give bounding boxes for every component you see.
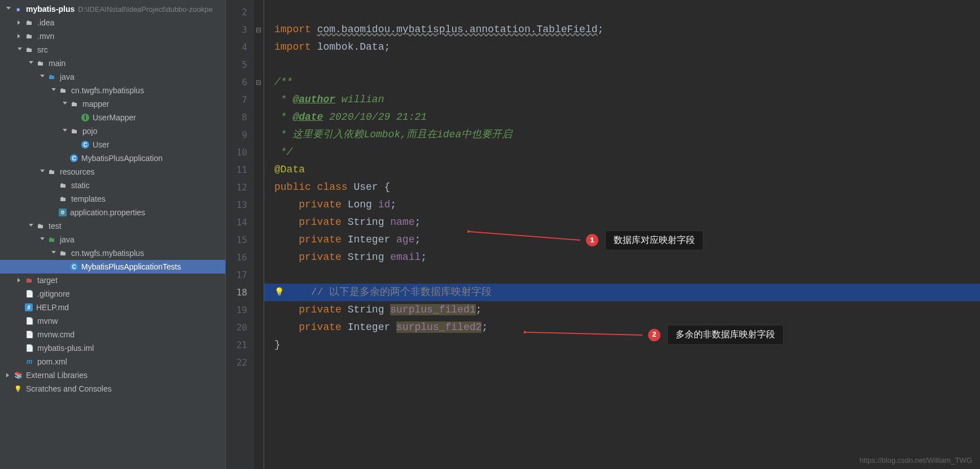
fold-none: [254, 161, 263, 179]
java-cls-icon: [70, 263, 78, 271]
fold-none: [254, 231, 263, 249]
line-number[interactable]: 17: [226, 266, 254, 284]
tree-item-pom-xml[interactable]: pom.xml: [0, 355, 225, 368]
editor[interactable]: 2345678910111213141516171819202122 1 数据库…: [226, 0, 980, 469]
line-number[interactable]: 5: [226, 56, 254, 73]
code-line[interactable]: */: [264, 144, 980, 161]
chevron-none-icon: [50, 195, 58, 203]
tree-item--mvn[interactable]: .mvn: [0, 29, 225, 43]
tree-item-mvnw-cmd[interactable]: mvnw.cmd: [0, 328, 225, 341]
chevron-expanded-icon[interactable]: [38, 168, 46, 176]
chevron-expanded-icon[interactable]: [5, 5, 12, 13]
code-line[interactable]: * 这里要引入依赖Lombok,而且在idea中也要开启: [264, 126, 980, 144]
tree-item-resources[interactable]: resources: [0, 165, 225, 179]
tree-item-pojo[interactable]: pojo: [0, 124, 225, 138]
tree-item-target[interactable]: target: [0, 273, 225, 287]
line-number[interactable]: 13: [226, 196, 254, 214]
tree-item-scratches-and-consoles[interactable]: Scratches and Consoles: [0, 382, 225, 396]
chevron-expanded-icon[interactable]: [27, 222, 35, 230]
chevron-collapsed-icon[interactable]: [16, 276, 24, 284]
tree-item-mybatisplusapplicationtests[interactable]: MybatisPlusApplicationTests: [0, 260, 225, 273]
fold-none: [254, 214, 263, 231]
folder-icon: [25, 32, 34, 41]
line-number[interactable]: 21: [226, 336, 254, 354]
code-area[interactable]: 1 数据库对应映射字段 2 多余的非数据库映射字段 import com.bao…: [264, 0, 980, 469]
tree-item-help-md[interactable]: HELP.md: [0, 301, 225, 314]
code-line[interactable]: [264, 354, 980, 371]
tree-item-mvnw[interactable]: mvnw: [0, 314, 225, 328]
line-number[interactable]: 14: [226, 214, 254, 231]
line-number[interactable]: 18: [226, 284, 254, 301]
tree-item-java[interactable]: java: [0, 70, 225, 84]
tree-item-mybatisplusapplication[interactable]: MybatisPlusApplication: [0, 151, 225, 165]
line-number[interactable]: 20: [226, 319, 254, 336]
line-number[interactable]: 8: [226, 108, 254, 126]
tree-item-static[interactable]: static: [0, 179, 225, 192]
chevron-expanded-icon[interactable]: [50, 249, 58, 257]
code-line[interactable]: 💡 // 以下是多余的两个非数据库映射字段: [264, 284, 980, 301]
tree-item-usermapper[interactable]: UserMapper: [0, 111, 225, 124]
fold-minus-icon[interactable]: [254, 73, 263, 91]
tree-item-main[interactable]: main: [0, 57, 225, 70]
chevron-expanded-icon[interactable]: [16, 46, 24, 54]
chevron-expanded-icon[interactable]: [38, 236, 46, 244]
line-number[interactable]: 16: [226, 249, 254, 266]
line-number[interactable]: 12: [226, 179, 254, 196]
code-line[interactable]: private Long id;: [264, 196, 980, 214]
tree-item-templates[interactable]: templates: [0, 192, 225, 206]
fold-minus-icon[interactable]: [254, 21, 263, 38]
code-line[interactable]: import lombok.Data;: [264, 38, 980, 56]
line-number[interactable]: 11: [226, 161, 254, 179]
tree-item-mapper[interactable]: mapper: [0, 97, 225, 111]
package-icon: [59, 249, 68, 258]
code-line[interactable]: public class User {: [264, 179, 980, 196]
tree-item-mybatis-plus-iml[interactable]: mybatis-plus.iml: [0, 341, 225, 355]
project-tree[interactable]: mybatis-plusD:\IDEAINstall\IdeaProject\d…: [0, 0, 226, 469]
chevron-expanded-icon[interactable]: [61, 127, 69, 135]
code-line[interactable]: [264, 3, 980, 21]
folder-icon: [59, 181, 68, 190]
code-line[interactable]: import com.baomidou.mybatisplus.annotati…: [264, 21, 980, 38]
code-line[interactable]: private String surplus_filed1;: [264, 301, 980, 319]
tree-item--idea[interactable]: .idea: [0, 16, 225, 29]
tree-item--gitignore[interactable]: .gitignore: [0, 287, 225, 301]
fold-none: [254, 126, 263, 144]
tree-item-mybatis-plus[interactable]: mybatis-plusD:\IDEAINstall\IdeaProject\d…: [0, 2, 225, 16]
chevron-expanded-icon[interactable]: [38, 73, 46, 81]
chevron-collapsed-icon[interactable]: [16, 32, 24, 40]
callout-badge: 2: [648, 329, 660, 341]
code-line[interactable]: * @date 2020/10/29 21:21: [264, 108, 980, 126]
tree-item-cn-twgfs-mybatisplus[interactable]: cn.twgfs.mybatisplus: [0, 84, 225, 97]
line-number[interactable]: 7: [226, 91, 254, 108]
line-number[interactable]: 15: [226, 231, 254, 249]
line-number[interactable]: 22: [226, 354, 254, 371]
tree-item-label: resources: [60, 167, 94, 176]
fold-column[interactable]: [254, 0, 264, 469]
line-number[interactable]: 9: [226, 126, 254, 144]
tree-item-application-properties[interactable]: application.properties: [0, 206, 225, 219]
chevron-expanded-icon[interactable]: [27, 59, 35, 67]
code-line[interactable]: [264, 56, 980, 73]
chevron-expanded-icon[interactable]: [61, 100, 69, 108]
tree-item-user[interactable]: User: [0, 138, 225, 151]
chevron-collapsed-icon[interactable]: [16, 19, 24, 27]
code-line[interactable]: * @author willian: [264, 91, 980, 108]
bulb-icon[interactable]: 💡: [274, 284, 284, 301]
chevron-expanded-icon[interactable]: [50, 86, 58, 94]
tree-item-cn-twgfs-mybatisplus[interactable]: cn.twgfs.mybatisplus: [0, 246, 225, 260]
code-line[interactable]: @Data: [264, 161, 980, 179]
line-number[interactable]: 6: [226, 73, 254, 91]
tree-item-src[interactable]: src: [0, 43, 225, 57]
line-number[interactable]: 3: [226, 21, 254, 38]
tree-item-java[interactable]: java: [0, 233, 225, 246]
tree-item-external-libraries[interactable]: External Libraries: [0, 368, 225, 382]
line-number[interactable]: 10: [226, 144, 254, 161]
line-number[interactable]: 4: [226, 38, 254, 56]
line-number[interactable]: 19: [226, 301, 254, 319]
chevron-collapsed-icon[interactable]: [5, 371, 12, 379]
code-line[interactable]: /**: [264, 73, 980, 91]
code-line[interactable]: [264, 266, 980, 284]
tree-item-label: test: [49, 222, 62, 231]
tree-item-test[interactable]: test: [0, 219, 225, 233]
line-number[interactable]: 2: [226, 3, 254, 21]
